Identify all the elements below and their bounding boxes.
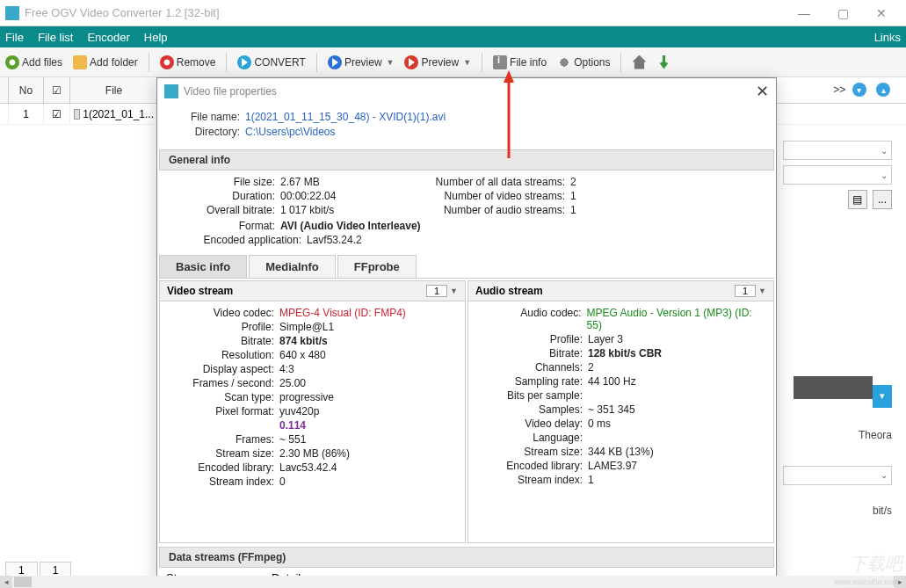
maximize-button[interactable]: ▢ [823,1,862,25]
vbitrate-label: Bitrate: [165,335,279,347]
vframes-value: ~ 551 [279,433,306,446]
tab-mediainfo[interactable]: MediaInfo [249,255,336,278]
video-stream-title: Video stream [167,285,233,297]
tab-basic-info[interactable]: Basic info [159,255,247,278]
menu-file[interactable]: File [5,31,24,44]
col-no[interactable]: No [9,77,44,103]
dropdown-icon[interactable]: ▼ [758,287,766,295]
cell-check[interactable]: ☑ [44,104,70,124]
vcodec-value: MPEG-4 Visual (ID: FMP4) [279,307,406,319]
dialog-close-button[interactable]: ✕ [756,82,769,101]
dialog-titlebar: Video file properties ✕ [157,78,776,105]
pin-button[interactable] [656,55,670,69]
app-title: Free OGV Video Converter 1.2 [32-bit] [25,6,220,19]
scroll-left-icon[interactable]: ◂ [0,576,12,588]
vfps-label: Frames / second: [165,377,279,389]
file-info-button[interactable]: File info [493,55,547,69]
col-file[interactable]: File [70,77,158,103]
browse-button[interactable]: ... [873,190,892,209]
pin-icon [656,55,670,69]
video-stream-index[interactable]: 1 [426,285,447,297]
col-check[interactable]: ☑ [44,77,70,103]
dialog-title: Video file properties [184,85,277,98]
streams-panels: Video stream1▼ Video codec:MPEG-4 Visual… [157,279,776,545]
overall-bitrate-label: Overall bitrate: [166,204,280,216]
audio-stream-header: Audio stream1▼ [468,281,773,301]
combo-1[interactable]: ⌄ [783,141,892,160]
tab-ffprobe[interactable]: FFprobe [337,255,417,278]
dropdown-icon[interactable]: ▾ [873,385,892,408]
close-button[interactable]: ✕ [862,1,901,25]
theora-label: Theora [783,429,906,441]
audio-streams-value: 1 [570,204,576,216]
dark-box[interactable] [794,376,873,399]
preview1-label: Preview [344,56,382,69]
menu-filelist[interactable]: File list [38,31,73,44]
up-icon[interactable]: ▴ [876,83,890,97]
separator [316,53,317,72]
home-button[interactable] [632,55,646,69]
chevrons-button[interactable]: >> [833,83,845,96]
audio-stream-index[interactable]: 1 [735,285,756,297]
toolbar: Add files Add folder Remove CONVERT Prev… [0,47,906,77]
filesize-label: File size: [166,176,280,188]
horizontal-scrollbar[interactable]: ◂ ▸ [0,576,906,588]
directory-value: C:\Users\pc\Videos [245,126,336,138]
convert-label: CONVERT [254,56,305,69]
vres-label: Resolution: [165,349,279,361]
add-folder-button[interactable]: Add folder [73,55,138,69]
file-properties-dialog: Video file properties ✕ File name:1(2021… [156,77,777,587]
scroll-thumb[interactable] [14,577,32,587]
dropdown-icon[interactable]: ▼ [450,287,458,295]
vscan-value: progressive [279,391,334,403]
assize-label: Stream size: [474,446,588,458]
alang-label: Language: [474,432,588,444]
directory-label: Directory: [175,126,245,138]
window-titlebar: Free OGV Video Converter 1.2 [32-bit] — … [0,0,906,26]
vval-value: 0.114 [279,419,306,432]
browse-icon-button[interactable]: ▤ [848,190,867,209]
abitrate-value: 128 kbit/s CBR [588,347,662,359]
preview2-button[interactable]: Preview▼ [404,55,471,69]
vpix-value: yuv420p [279,405,319,417]
filename-label: File name: [175,111,245,123]
encapp-label: Encoded application: [166,234,307,246]
convert-button[interactable]: CONVERT [237,55,305,69]
aenclib-value: LAME3.97 [588,460,637,472]
options-button[interactable]: Options [557,55,610,69]
add-files-button[interactable]: Add files [5,55,62,69]
play-icon [237,55,251,69]
cell-file-label: 1(2021_01_1... [83,108,154,120]
down-icon[interactable]: ▾ [852,83,866,97]
file-info-label: File info [510,56,547,69]
abitrate-label: Bitrate: [474,347,588,359]
menu-help[interactable]: Help [144,31,168,44]
file-icon [74,109,80,120]
combo-2[interactable]: ⌄ [783,165,892,185]
general-info-header: General info [159,149,774,171]
video-stream-panel: Video stream1▼ Video codec:MPEG-4 Visual… [159,280,466,543]
vscan-label: Scan type: [165,391,279,403]
data-streams-header: Data streams (FFmpeg) [159,547,774,568]
menu-encoder[interactable]: Encoder [87,31,129,44]
vsidx-value: 0 [279,475,286,488]
add-folder-label: Add folder [90,56,138,69]
add-files-label: Add files [22,56,62,69]
remove-button[interactable]: Remove [160,55,216,69]
assize-value: 344 KB (13%) [588,446,654,458]
video-stream-header: Video stream1▼ [160,281,465,301]
combo-3[interactable]: ⌄ [783,466,892,485]
separator [620,53,621,72]
file-info-top: File name:1(2021_01_11_15_30_48) - XVID(… [157,105,776,148]
dropdown-icon[interactable]: ▼ [387,58,395,67]
encapp-value: Lavf53.24.2 [307,234,362,246]
menu-links[interactable]: Links [874,31,901,44]
gear-icon [557,55,571,69]
dropdown-icon[interactable]: ▼ [463,58,471,67]
filename-value: 1(2021_01_11_15_30_48) - XVID(1)(1).avi [245,111,446,123]
asamples-label: Samples: [474,403,588,416]
row-marker-header [0,77,9,103]
separator [482,53,482,72]
minimize-button[interactable]: — [785,1,823,25]
preview1-button[interactable]: Preview▼ [328,55,395,69]
